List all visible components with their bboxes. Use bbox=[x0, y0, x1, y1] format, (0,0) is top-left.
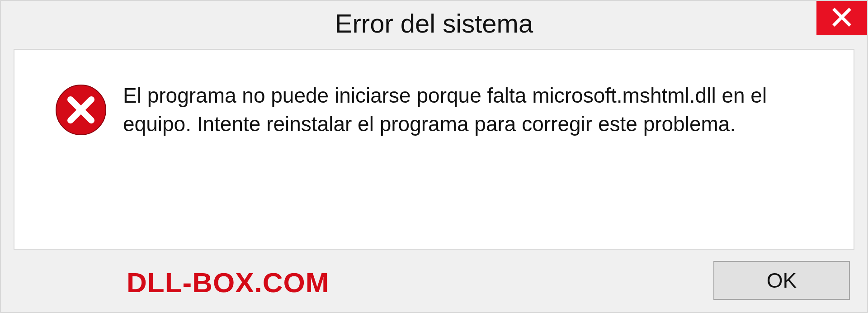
titlebar: Error del sistema bbox=[1, 1, 867, 45]
error-icon bbox=[55, 84, 107, 136]
error-dialog: Error del sistema El programa no puede i… bbox=[0, 0, 868, 313]
ok-button[interactable]: OK bbox=[713, 261, 850, 300]
dialog-title: Error del sistema bbox=[1, 8, 867, 38]
close-button[interactable] bbox=[816, 1, 867, 35]
watermark-text: DLL-BOX.COM bbox=[18, 266, 329, 299]
error-message: El programa no puede iniciarse porque fa… bbox=[123, 81, 826, 139]
close-icon bbox=[832, 7, 852, 29]
content-panel: El programa no puede iniciarse porque fa… bbox=[14, 49, 854, 250]
dialog-footer: DLL-BOX.COM OK bbox=[1, 255, 867, 312]
